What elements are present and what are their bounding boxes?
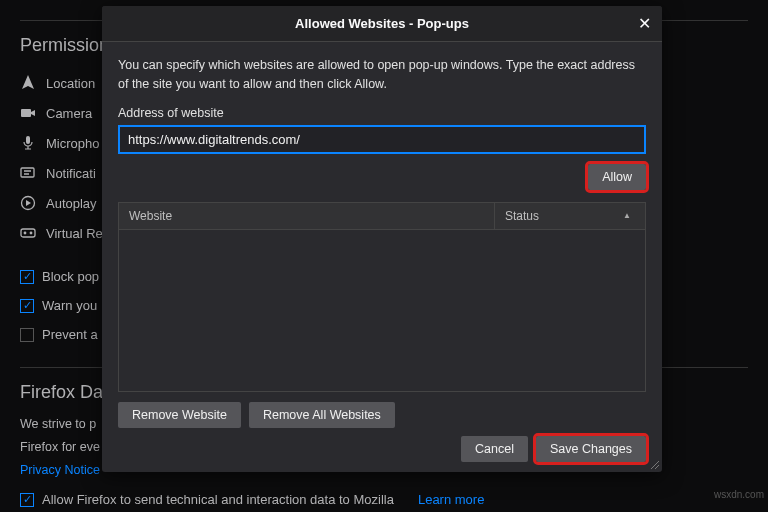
- column-status-label: Status: [505, 209, 539, 223]
- vr-icon: [20, 225, 36, 241]
- save-changes-button[interactable]: Save Changes: [536, 436, 646, 462]
- allowed-websites-dialog: Allowed Websites - Pop-ups ✕ You can spe…: [102, 6, 662, 472]
- perm-label: Virtual Re: [46, 226, 103, 241]
- svg-rect-0: [21, 109, 31, 117]
- close-icon: ✕: [638, 14, 651, 33]
- sort-indicator-icon: ▲: [623, 211, 631, 220]
- address-input[interactable]: [118, 125, 646, 154]
- close-button[interactable]: ✕: [634, 13, 654, 33]
- checkbox-label: Prevent a: [42, 327, 98, 342]
- checkbox-icon: [20, 328, 34, 342]
- checkbox-label: Allow Firefox to send technical and inte…: [42, 492, 394, 507]
- checkbox-icon: [20, 270, 34, 284]
- dialog-description: You can specify which websites are allow…: [118, 56, 646, 94]
- perm-label: Location: [46, 76, 95, 91]
- perm-label: Micropho: [46, 136, 99, 151]
- websites-table: Website Status ▲: [118, 202, 646, 393]
- notification-icon: [20, 165, 36, 181]
- checkbox-icon: [20, 299, 34, 313]
- resize-grip[interactable]: [648, 458, 660, 470]
- perm-label: Autoplay: [46, 196, 97, 211]
- remove-all-websites-button[interactable]: Remove All Websites: [249, 402, 395, 428]
- checkbox-icon: [20, 493, 34, 507]
- svg-point-6: [30, 232, 33, 235]
- checkbox-telemetry[interactable]: Allow Firefox to send technical and inte…: [20, 485, 748, 512]
- location-icon: [20, 75, 36, 91]
- dialog-body: You can specify which websites are allow…: [102, 42, 662, 472]
- perm-label: Camera: [46, 106, 92, 121]
- address-label: Address of website: [118, 106, 646, 120]
- dialog-title: Allowed Websites - Pop-ups: [102, 16, 662, 31]
- svg-rect-1: [26, 136, 30, 144]
- cancel-button[interactable]: Cancel: [461, 436, 528, 462]
- watermark: wsxdn.com: [714, 489, 764, 500]
- camera-icon: [20, 105, 36, 121]
- dialog-header: Allowed Websites - Pop-ups ✕: [102, 6, 662, 42]
- svg-rect-4: [21, 229, 35, 237]
- remove-website-button[interactable]: Remove Website: [118, 402, 241, 428]
- table-body: [119, 230, 645, 392]
- resize-grip-icon: [648, 458, 660, 470]
- column-status[interactable]: Status ▲: [495, 203, 645, 229]
- autoplay-icon: [20, 195, 36, 211]
- perm-label: Notificati: [46, 166, 96, 181]
- svg-rect-2: [21, 168, 34, 177]
- privacy-notice-link[interactable]: Privacy Notice: [20, 463, 100, 477]
- microphone-icon: [20, 135, 36, 151]
- allow-button[interactable]: Allow: [588, 164, 646, 190]
- table-header: Website Status ▲: [119, 203, 645, 230]
- checkbox-label: Warn you: [42, 298, 97, 313]
- checkbox-label: Block pop: [42, 269, 99, 284]
- learn-more-link[interactable]: Learn more: [418, 492, 484, 507]
- svg-point-5: [24, 232, 27, 235]
- column-website[interactable]: Website: [119, 203, 495, 229]
